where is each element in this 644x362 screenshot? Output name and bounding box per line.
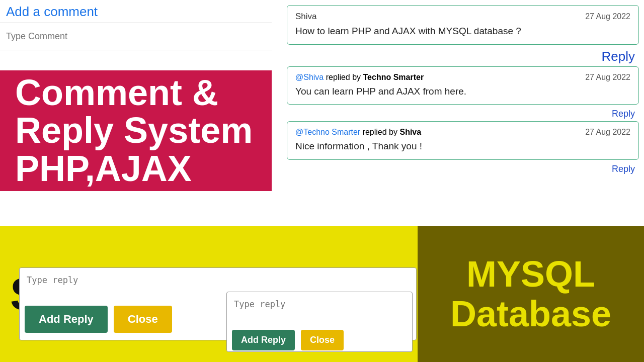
reply-btn-container-1: Reply (287, 47, 639, 66)
comment-date-2: 27 Aug 2022 (585, 73, 630, 82)
add-comment-title: Add a comment (0, 0, 272, 23)
reply-from-2: @Shiva (295, 73, 324, 81)
add-reply-button-2[interactable]: Add Reply (232, 330, 295, 350)
comment-header-2: @Shiva replied by Techno Smarter 27 Aug … (295, 73, 630, 82)
comment-card-2: @Shiva replied by Techno Smarter 27 Aug … (287, 66, 639, 105)
comment-card-3: @Techno Smarter replied by Shiva 27 Aug … (287, 121, 639, 160)
close-button-1[interactable]: Close (114, 306, 172, 333)
reply-from-3: @Techno Smarter (295, 128, 360, 136)
comment-body-2: You can learn PHP and AJAX from here. (295, 85, 630, 99)
comment-reply-info-2: @Shiva replied by Techno Smarter (295, 73, 424, 82)
reply-by-prefix-2: replied by (324, 73, 363, 81)
comment-reply-info-3: @Techno Smarter replied by Shiva (295, 128, 421, 137)
mysql-text: MYSQL Database (450, 254, 611, 334)
reply-button-2[interactable]: Reply (612, 109, 635, 119)
comment-header-3: @Techno Smarter replied by Shiva 27 Aug … (295, 128, 630, 137)
reply-btn-container-3: Reply (287, 162, 639, 176)
reply-by-3: Shiva (399, 128, 421, 136)
comment-date-3: 27 Aug 2022 (585, 128, 630, 137)
comment-reply-overlay: Comment &Reply SystemPHP,AJAX (0, 70, 272, 191)
comment-body-1: How to learn PHP and AJAX with MYSQL dat… (295, 25, 630, 38)
reply-buttons-2: Add Reply Close (232, 330, 407, 350)
add-reply-button-1[interactable]: Add Reply (25, 306, 108, 333)
reply-by-prefix-3: replied by (360, 128, 399, 136)
reply-by-2: Techno Smarter (363, 73, 424, 81)
comment-header-1: Shiva 27 Aug 2022 (295, 12, 630, 22)
overlay-crimson-text: Comment &Reply SystemPHP,AJAX (15, 74, 253, 188)
reply-textarea-2[interactable] (232, 297, 407, 325)
comment-input[interactable] (0, 23, 272, 50)
reply-btn-container-2: Reply (287, 107, 639, 121)
comment-body-3: Nice information , Thank you ! (295, 140, 630, 153)
comment-card-1: Shiva 27 Aug 2022 How to learn PHP and A… (287, 5, 639, 45)
comment-author-1: Shiva (295, 12, 317, 22)
reply-button-3[interactable]: Reply (612, 164, 635, 174)
comment-date-1: 27 Aug 2022 (585, 12, 630, 21)
reply-button-1[interactable]: Reply (602, 49, 635, 64)
close-button-2[interactable]: Close (301, 330, 344, 350)
reply-form-2: Add Reply Close (226, 292, 413, 352)
mysql-overlay: MYSQL Database (418, 226, 644, 362)
